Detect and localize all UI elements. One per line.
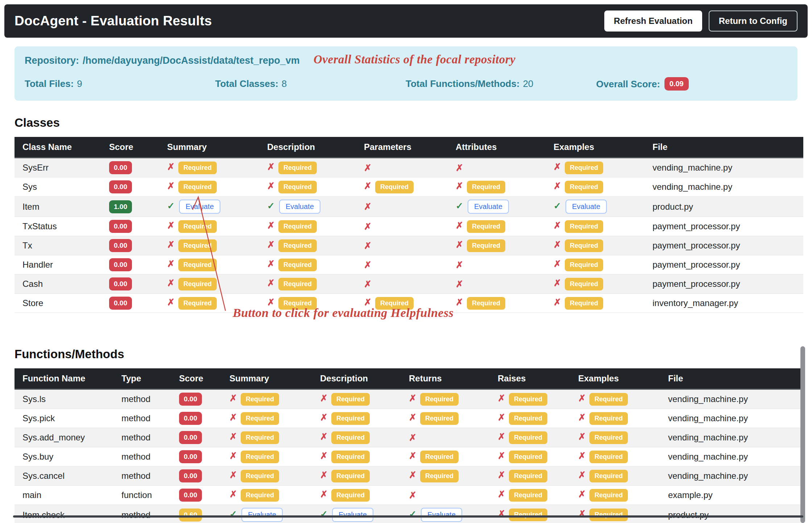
table-row: Sys.add_moneymethod0.00✗Required✗Require… xyxy=(14,428,803,447)
x-icon: ✗ xyxy=(409,393,417,403)
score-badge: 0.00 xyxy=(179,393,202,406)
x-icon: ✗ xyxy=(267,278,275,288)
x-icon: ✗ xyxy=(320,489,328,499)
evaluate-button[interactable]: Evaluate xyxy=(468,200,509,214)
status-cell: ✗Required xyxy=(493,505,574,523)
function-name-cell: Sys.cancel xyxy=(14,466,117,486)
file-cell: payment_processor.py xyxy=(648,255,803,275)
evaluate-button[interactable]: Evaluate xyxy=(566,200,607,214)
type-cell: method xyxy=(117,409,175,428)
class-name-cell: SysErr xyxy=(14,158,105,177)
stat-label: Total Functions/Methods: xyxy=(406,78,519,89)
status-cell: ✗Required xyxy=(549,236,648,255)
refresh-evaluation-button[interactable]: Refresh Evaluation xyxy=(604,11,702,32)
status-cell: ✓Evaluate xyxy=(225,505,316,523)
status-cell: ✗Required xyxy=(549,255,648,275)
status-cell: ✗Required xyxy=(225,466,316,486)
type-cell: method xyxy=(117,466,175,486)
status-cell: ✗Required xyxy=(493,409,574,428)
evaluate-button[interactable]: Evaluate xyxy=(332,508,373,522)
required-badge: Required xyxy=(589,470,628,482)
file-cell: payment_processor.py xyxy=(648,217,803,236)
x-icon: ✗ xyxy=(364,260,372,270)
x-icon: ✗ xyxy=(167,278,175,288)
score-cell: 0.00 xyxy=(105,294,163,313)
required-badge: Required xyxy=(375,181,414,193)
required-badge: Required xyxy=(467,239,505,252)
required-badge: Required xyxy=(589,393,628,406)
status-cell: ✗Required xyxy=(493,486,574,505)
status-cell: ✗Required xyxy=(360,177,451,197)
file-cell: vending_machine.py xyxy=(664,466,803,486)
status-cell: ✓Evaluate xyxy=(451,197,549,217)
vertical-scrollbar[interactable] xyxy=(800,346,805,523)
x-icon: ✗ xyxy=(578,431,586,442)
x-icon: ✗ xyxy=(498,470,505,480)
x-icon: ✗ xyxy=(364,240,372,251)
evaluate-button[interactable]: Evaluate xyxy=(421,508,462,522)
x-icon: ✗ xyxy=(554,162,561,172)
status-cell: ✗Required xyxy=(163,275,263,294)
x-icon: ✗ xyxy=(267,239,275,250)
status-cell: ✗ xyxy=(451,255,549,275)
score-cell: 1.00 xyxy=(105,197,163,217)
functions-section-title: Functions/Methods xyxy=(14,347,812,361)
status-cell: ✗Required xyxy=(574,409,664,428)
return-to-config-button[interactable]: Return to Config xyxy=(709,11,798,32)
table-row: mainfunction0.00✗Required✗Required✗✗Requ… xyxy=(14,486,803,505)
file-cell: vending_machine.py xyxy=(648,177,803,197)
score-cell: 0.60 xyxy=(175,505,225,523)
column-header: Description xyxy=(316,368,405,389)
status-cell: ✗ xyxy=(405,428,493,447)
table-row: Handler0.00✗Required✗Required✗✗✗Required… xyxy=(14,255,803,275)
status-cell: ✗Required xyxy=(225,428,316,447)
status-cell: ✗Required xyxy=(451,294,549,313)
score-badge: 0.00 xyxy=(109,220,132,233)
status-cell: ✗Required xyxy=(451,177,549,197)
required-badge: Required xyxy=(565,297,603,310)
evaluate-button[interactable]: Evaluate xyxy=(241,508,283,522)
stat-total-classes: Total Classes:8 xyxy=(215,78,406,89)
x-icon: ✗ xyxy=(456,260,463,270)
file-cell: vending_machine.py xyxy=(664,389,803,409)
check-icon: ✓ xyxy=(167,201,175,211)
score-cell: 0.00 xyxy=(175,486,225,505)
type-cell: method xyxy=(117,447,175,466)
status-cell: ✗Required xyxy=(263,177,360,197)
required-badge: Required xyxy=(589,509,628,521)
x-icon: ✗ xyxy=(456,220,463,230)
required-badge: Required xyxy=(467,220,505,233)
type-cell: function xyxy=(117,486,175,505)
function-name-cell: main xyxy=(14,486,117,505)
score-badge: 0.00 xyxy=(179,489,202,502)
status-cell: ✗Required xyxy=(574,466,664,486)
evaluate-button[interactable]: Evaluate xyxy=(179,200,220,214)
score-cell: 0.00 xyxy=(175,466,225,486)
required-badge: Required xyxy=(509,393,547,406)
horizontal-scrollbar[interactable] xyxy=(13,515,803,518)
column-header: Returns xyxy=(405,368,493,389)
status-cell: ✗Required xyxy=(316,486,405,505)
file-cell: inventory_manager.py xyxy=(648,294,803,313)
status-cell: ✗Required xyxy=(225,409,316,428)
required-badge: Required xyxy=(565,220,603,233)
x-icon: ✗ xyxy=(554,239,561,250)
table-row: Item1.00✓Evaluate✓Evaluate✗✓Evaluate✓Eva… xyxy=(14,197,803,217)
x-icon: ✗ xyxy=(554,220,561,230)
annotation-evaluate-button: Button to click for evaluating Helpfulne… xyxy=(233,306,453,320)
score-cell: 0.00 xyxy=(105,217,163,236)
functions-table-header: Function NameTypeScoreSummaryDescription… xyxy=(14,368,803,389)
evaluate-button[interactable]: Evaluate xyxy=(279,200,320,214)
required-badge: Required xyxy=(331,489,370,502)
status-cell: ✗Required xyxy=(316,409,405,428)
status-cell: ✗Required xyxy=(549,158,648,177)
x-icon: ✗ xyxy=(578,470,586,480)
score-badge: 0.00 xyxy=(179,450,202,463)
file-cell: example.py xyxy=(664,486,803,505)
status-cell: ✗Required xyxy=(574,447,664,466)
class-name-cell: Store xyxy=(14,294,105,313)
required-badge: Required xyxy=(565,181,603,193)
status-cell: ✗Required xyxy=(225,447,316,466)
x-icon: ✗ xyxy=(456,181,463,191)
score-cell: 0.00 xyxy=(105,236,163,255)
